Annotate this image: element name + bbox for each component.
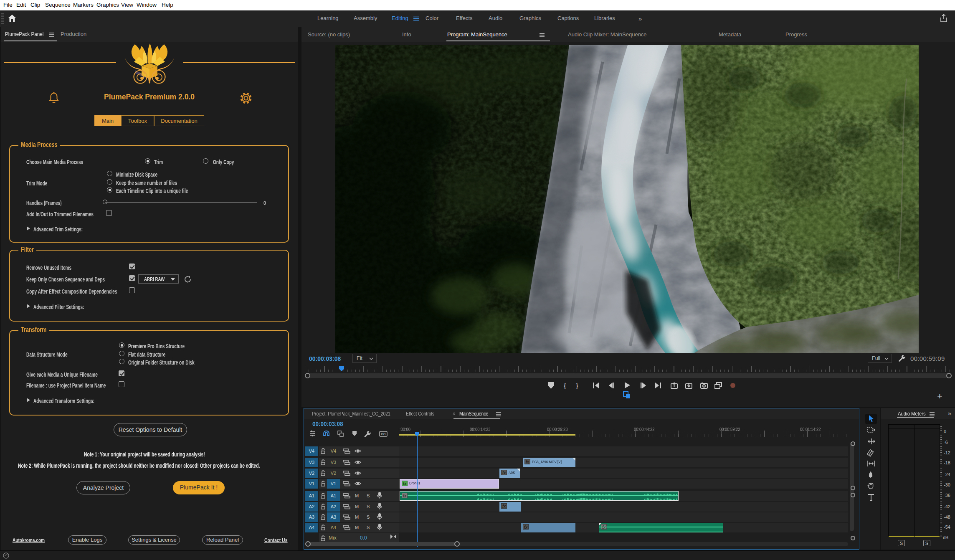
svg-text:{: {	[564, 382, 566, 390]
svg-text:}: }	[576, 382, 578, 390]
svg-text:CC: CC	[381, 432, 386, 436]
